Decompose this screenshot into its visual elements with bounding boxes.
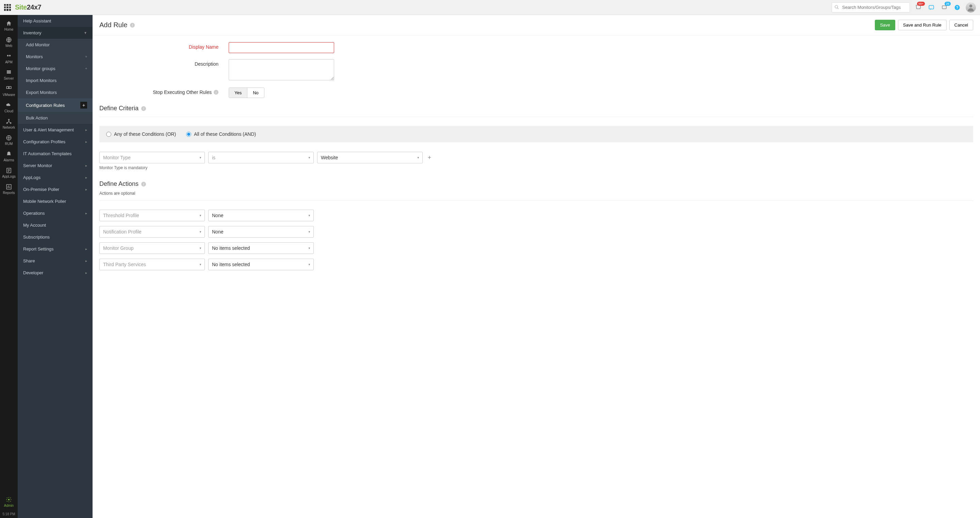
plus-icon[interactable]: + xyxy=(85,55,87,59)
sidebar-share[interactable]: Share▸ xyxy=(18,255,92,267)
help-icon[interactable]: ? xyxy=(953,3,962,12)
sidebar-configuration-rules[interactable]: Configuration Rules+ xyxy=(18,98,92,112)
rail-apm[interactable]: APM xyxy=(0,50,18,67)
page-header: Add Rule i Save Save and Run Rule Cancel xyxy=(92,15,980,35)
rail-alarms[interactable]: Alarms xyxy=(0,148,18,165)
sidebar-user-alert[interactable]: User & Alert Management▸ xyxy=(18,124,92,136)
rail-home[interactable]: Home xyxy=(0,18,18,34)
nav-rail: Home Web APM Server VMware Cloud Network… xyxy=(0,15,18,518)
chevron-right-icon: ▸ xyxy=(86,128,87,132)
sidebar-monitor-groups[interactable]: Monitor groups+ xyxy=(18,63,92,75)
rail-admin[interactable]: Admin xyxy=(0,494,18,510)
sidebar-onpremise[interactable]: On-Premise Poller▸ xyxy=(18,183,92,195)
criteria-field-select[interactable]: Monitor Type xyxy=(99,152,205,163)
search-input[interactable] xyxy=(832,2,910,13)
chevron-right-icon: ▸ xyxy=(86,259,87,263)
rail-applogs[interactable]: AppLogs xyxy=(0,165,18,181)
info-icon[interactable]: i xyxy=(214,90,218,95)
save-button[interactable]: Save xyxy=(875,20,895,30)
separator xyxy=(99,117,973,117)
radio-any[interactable]: Any of these Conditions (OR) xyxy=(106,131,176,137)
sidebar-developer[interactable]: Developer▸ xyxy=(18,267,92,279)
sidebar-import-monitors[interactable]: Import Monitors xyxy=(18,75,92,86)
save-run-button[interactable]: Save and Run Rule xyxy=(898,20,947,30)
sidebar-automation[interactable]: IT Automation Templates xyxy=(18,148,92,159)
display-name-input[interactable] xyxy=(229,42,334,53)
action-threshold-value[interactable]: None xyxy=(208,210,314,221)
sidebar-bulk-action[interactable]: Bulk Action xyxy=(18,112,92,124)
action-thirdparty-value[interactable]: No items selected xyxy=(208,259,314,270)
radio-all[interactable]: All of these Conditions (AND) xyxy=(186,131,256,137)
chevron-right-icon: ▸ xyxy=(86,140,87,143)
sidebar-applogs[interactable]: AppLogs▸ xyxy=(18,172,92,183)
rail-server[interactable]: Server xyxy=(0,67,18,83)
action-group-select[interactable]: Monitor Group xyxy=(99,242,205,254)
separator xyxy=(99,201,973,201)
rail-cloud[interactable]: Cloud xyxy=(0,99,18,116)
search-icon xyxy=(834,5,839,11)
action-notification-select[interactable]: Notification Profile xyxy=(99,226,205,237)
chevron-right-icon: ▸ xyxy=(86,164,87,167)
svg-rect-11 xyxy=(7,72,11,73)
rail-vmware[interactable]: VMware xyxy=(0,83,18,99)
sidebar-export-monitors[interactable]: Export Monitors xyxy=(18,86,92,98)
sidebar-monitors[interactable]: Monitors+ xyxy=(18,51,92,63)
stop-exec-label: Stop Executing Other Rules i xyxy=(99,88,229,95)
svg-point-14 xyxy=(8,119,10,120)
main-content: Add Rule i Save Save and Run Rule Cancel… xyxy=(92,15,980,518)
chevron-right-icon: ▸ xyxy=(86,175,87,179)
display-name-label: Display Name xyxy=(99,42,229,50)
svg-point-6 xyxy=(969,5,972,8)
apps-grid-icon[interactable] xyxy=(4,4,11,11)
criteria-hint: Monitor Type is mandatory xyxy=(99,166,973,170)
svg-point-9 xyxy=(9,55,11,56)
add-icon[interactable]: + xyxy=(80,102,87,108)
action-threshold-select[interactable]: Threshold Profile xyxy=(99,210,205,221)
description-input[interactable] xyxy=(229,59,334,80)
sidebar-mobile-poller[interactable]: Mobile Network Poller xyxy=(18,195,92,207)
alerts-badge: 26 xyxy=(945,2,951,6)
criteria-title: Define Criteria i xyxy=(99,105,973,112)
actions-title: Define Actions i xyxy=(99,180,973,188)
info-icon[interactable]: i xyxy=(130,23,135,27)
action-notification-value[interactable]: None xyxy=(208,226,314,237)
info-icon[interactable]: i xyxy=(141,106,146,111)
rail-network[interactable]: Network xyxy=(0,116,18,132)
sidebar-help[interactable]: Help Assistant xyxy=(18,15,92,27)
search-box xyxy=(832,2,910,13)
criteria-operator-select[interactable]: is xyxy=(208,152,314,163)
chat-icon[interactable] xyxy=(927,3,936,12)
cancel-button[interactable]: Cancel xyxy=(950,20,973,30)
add-criteria-button[interactable]: + xyxy=(426,154,433,161)
chevron-right-icon: ▸ xyxy=(86,247,87,251)
chevron-right-icon: ▸ xyxy=(86,188,87,191)
sidebar-server-monitor[interactable]: Server Monitor▸ xyxy=(18,159,92,172)
svg-rect-10 xyxy=(7,70,11,72)
sidebar-config-profiles[interactable]: Configuration Profiles▸ xyxy=(18,136,92,148)
chevron-right-icon: ▸ xyxy=(86,211,87,215)
rail-web[interactable]: Web xyxy=(0,34,18,50)
page-title: Add Rule i xyxy=(99,21,135,29)
sidebar-inventory[interactable]: Inventory▼ xyxy=(18,27,92,39)
rail-rum[interactable]: RUM xyxy=(0,132,18,148)
sidebar-subscriptions[interactable]: Subscriptions xyxy=(18,231,92,243)
svg-point-8 xyxy=(7,55,9,56)
action-thirdparty-select[interactable]: Third Party Services xyxy=(99,259,205,270)
plus-icon[interactable]: + xyxy=(85,67,87,70)
sidebar: Help Assistant Inventory▼ Add Monitor Mo… xyxy=(18,15,92,518)
avatar[interactable] xyxy=(966,2,976,13)
alerts-icon[interactable]: 26 xyxy=(940,3,949,12)
action-group-value[interactable]: No items selected xyxy=(208,242,314,254)
toggle-no[interactable]: No xyxy=(247,88,264,98)
criteria-value-select[interactable]: Website xyxy=(317,152,423,163)
svg-rect-13 xyxy=(9,86,11,88)
notifications-icon[interactable]: 99+ xyxy=(914,3,923,12)
sidebar-report-settings[interactable]: Report Settings▸ xyxy=(18,243,92,255)
chevron-down-icon: ▼ xyxy=(84,31,87,35)
rail-reports[interactable]: Reports xyxy=(0,181,18,198)
toggle-yes[interactable]: Yes xyxy=(229,88,247,98)
sidebar-add-monitor[interactable]: Add Monitor xyxy=(18,39,92,51)
sidebar-operations[interactable]: Operations▸ xyxy=(18,207,92,219)
info-icon[interactable]: i xyxy=(141,182,146,186)
sidebar-account[interactable]: My Account xyxy=(18,219,92,231)
